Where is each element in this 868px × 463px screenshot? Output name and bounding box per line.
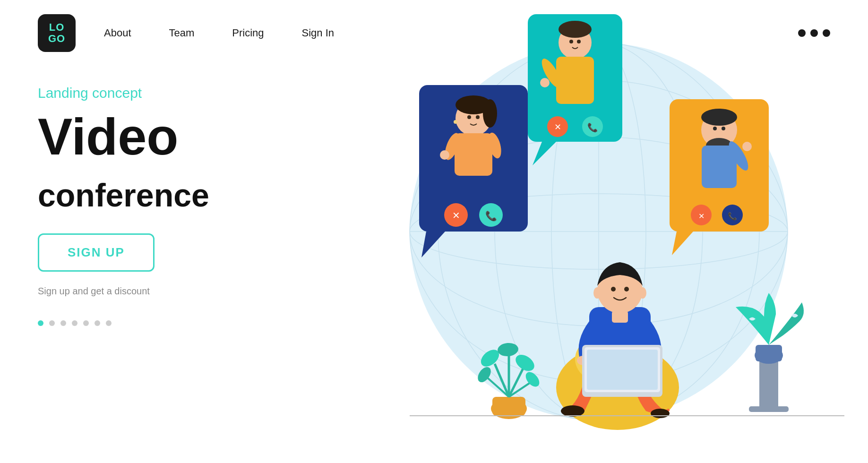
svg-rect-83: [756, 345, 782, 361]
logo-text-top: LO: [49, 22, 65, 33]
illustration: ✕ 📞 ✕ 📞 ✕ 📞: [348, 0, 868, 463]
svg-point-30: [467, 115, 471, 119]
hero-content: Landing concept Video conference SIGN UP…: [38, 85, 265, 326]
svg-point-11: [559, 21, 592, 38]
svg-point-15: [569, 40, 573, 43]
nav-pricing[interactable]: Pricing: [232, 27, 264, 39]
svg-text:📞: 📞: [485, 210, 497, 222]
page-dot-3[interactable]: [60, 320, 66, 326]
svg-rect-61: [587, 350, 658, 390]
svg-point-45: [713, 127, 717, 130]
svg-point-66: [639, 287, 646, 299]
svg-point-44: [742, 142, 752, 151]
svg-text:✕: ✕: [698, 212, 705, 220]
page-dot-5[interactable]: [83, 320, 89, 326]
svg-point-40: [701, 109, 737, 126]
logo-text-bottom: GO: [48, 33, 65, 44]
svg-point-16: [577, 40, 581, 43]
hero-subtitle: Landing concept: [38, 85, 265, 101]
page-dot-7[interactable]: [106, 320, 112, 326]
svg-point-55: [651, 409, 670, 418]
svg-text:✕: ✕: [554, 122, 561, 132]
svg-point-65: [593, 287, 601, 299]
svg-text:✕: ✕: [452, 210, 460, 221]
svg-point-54: [561, 405, 584, 417]
svg-point-25: [483, 99, 497, 128]
svg-point-64: [624, 287, 629, 292]
svg-point-14: [540, 78, 550, 87]
svg-point-63: [611, 287, 616, 292]
svg-point-46: [722, 127, 725, 130]
svg-rect-67: [612, 311, 628, 323]
page-dot-1[interactable]: [38, 320, 43, 326]
page-dot-6[interactable]: [95, 320, 100, 326]
svg-point-32: [454, 120, 457, 124]
nav-about[interactable]: About: [104, 27, 131, 39]
nav-signin[interactable]: Sign In: [302, 27, 335, 39]
hero-title-line1: Video: [38, 107, 179, 165]
svg-point-28: [440, 150, 449, 160]
svg-rect-26: [455, 133, 492, 176]
page-dot-2[interactable]: [49, 320, 55, 326]
discount-text: Sign up and get a discount: [38, 286, 265, 297]
nav-team[interactable]: Team: [169, 27, 195, 39]
svg-rect-81: [749, 406, 789, 412]
svg-point-31: [476, 115, 480, 119]
hero-title-line2: conference: [38, 177, 209, 213]
signup-button[interactable]: SIGN UP: [38, 233, 155, 272]
svg-text:📞: 📞: [728, 212, 737, 221]
svg-rect-69: [492, 397, 525, 416]
svg-rect-12: [556, 57, 594, 104]
page-dot-4[interactable]: [72, 320, 77, 326]
svg-text:📞: 📞: [587, 122, 598, 133]
page-indicators: [38, 320, 265, 326]
hero-title: Video conference: [38, 111, 265, 214]
logo[interactable]: LO GO: [38, 14, 76, 52]
